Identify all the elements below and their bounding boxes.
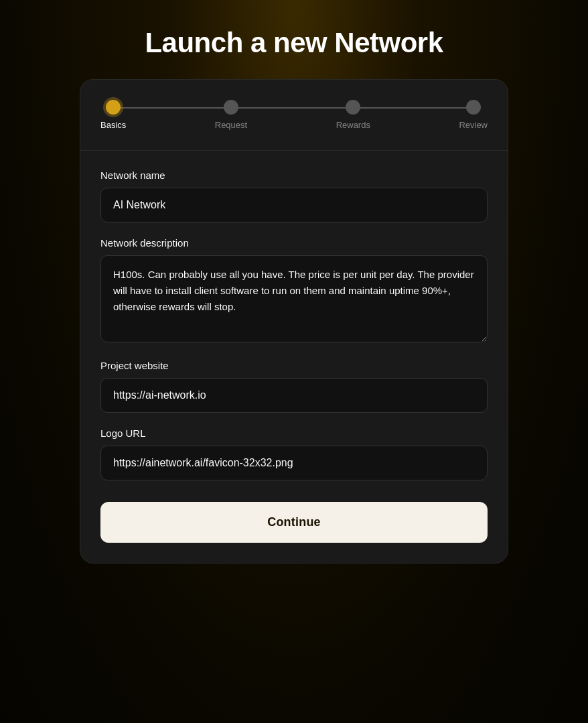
- page-title: Launch a new Network: [145, 27, 443, 59]
- step-review: Review: [459, 100, 488, 130]
- network-name-label: Network name: [100, 170, 488, 181]
- network-name-input[interactable]: [100, 188, 488, 222]
- network-description-group: Network description: [100, 237, 488, 345]
- step-label-basics: Basics: [100, 120, 126, 130]
- form-card: Basics Request Rewards Review Network na…: [80, 79, 508, 564]
- step-basics: Basics: [100, 100, 126, 130]
- project-website-input[interactable]: [100, 378, 488, 413]
- network-description-textarea[interactable]: [100, 255, 488, 342]
- logo-url-input[interactable]: [100, 446, 488, 480]
- logo-url-group: Logo URL: [100, 428, 488, 480]
- step-label-request: Request: [215, 120, 247, 130]
- step-label-rewards: Rewards: [336, 120, 370, 130]
- step-dot-basics: [106, 100, 121, 115]
- continue-button[interactable]: Continue: [100, 502, 488, 543]
- step-label-review: Review: [459, 120, 488, 130]
- stepper-divider: [80, 150, 508, 151]
- network-description-label: Network description: [100, 237, 488, 249]
- step-request: Request: [215, 100, 247, 130]
- project-website-group: Project website: [100, 360, 488, 413]
- project-website-label: Project website: [100, 360, 488, 371]
- logo-url-label: Logo URL: [100, 428, 488, 439]
- step-rewards: Rewards: [336, 100, 370, 130]
- stepper: Basics Request Rewards Review: [100, 100, 488, 130]
- step-dot-review: [466, 100, 481, 115]
- step-dot-request: [224, 100, 238, 115]
- step-dot-rewards: [346, 100, 360, 115]
- network-name-group: Network name: [100, 170, 488, 222]
- stepper-track: [108, 107, 480, 109]
